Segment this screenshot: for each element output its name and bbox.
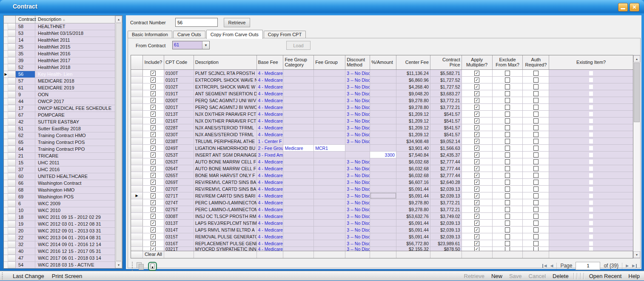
table-scrollbar[interactable]: ▲ ▼ <box>633 55 641 258</box>
contract-row[interactable]: 40WKC 2016 12 15 - 2017 05 31 <box>4 248 115 255</box>
apply-multiplier-checkbox[interactable] <box>474 98 479 103</box>
contract-row[interactable]: 18WKC 2011 09 15 - 2012 02 29 <box>4 214 115 221</box>
exclude-from-max-checkbox[interactable] <box>505 173 510 178</box>
exclude-from-max-checkbox[interactable] <box>505 166 510 171</box>
row-selector[interactable] <box>131 233 143 240</box>
include-checkbox[interactable] <box>151 221 156 226</box>
table-row[interactable]: 0213TNJX DX/THER PARAVER FCT4 - Medicare… <box>131 111 633 118</box>
row-selector[interactable] <box>8 207 16 214</box>
apply-multiplier-checkbox[interactable] <box>474 112 479 117</box>
contract-row[interactable]: 64Training Contract PPO <box>4 146 115 153</box>
contract-row[interactable]: 54WKC 2018 03 15 - ACTIVE <box>4 262 115 268</box>
include-checkbox[interactable] <box>151 132 156 137</box>
row-selector[interactable] <box>8 214 16 221</box>
pct-amount-cell[interactable] <box>370 227 396 233</box>
table-row[interactable]: 0263TAUTO BONE MARRW CELL F4 - Medicare3… <box>131 158 633 165</box>
pct-amount-cell[interactable] <box>370 233 396 240</box>
copy-icon[interactable] <box>136 262 145 271</box>
row-selector[interactable] <box>131 199 143 206</box>
row-selector[interactable] <box>131 186 143 192</box>
table-row[interactable]: 0313TLAPS REVJ/REPLCMT NSTIM4 - Medicare… <box>131 220 633 227</box>
row-selector[interactable] <box>8 98 16 105</box>
auth-required-checkbox[interactable] <box>533 159 539 164</box>
contract-row[interactable]: 44OWCP 2017 <box>4 98 115 105</box>
apply-multiplier-checkbox[interactable] <box>474 180 479 185</box>
auth-required-checkbox[interactable] <box>533 180 539 185</box>
contract-row[interactable]: 15UHC 2011 <box>4 160 115 166</box>
row-selector[interactable] <box>8 126 16 132</box>
row-selector[interactable] <box>8 255 16 261</box>
table-row[interactable]: 0314TLAPS RMVL NSTIM ELTRD A4 - Medicare… <box>131 227 633 233</box>
table-row[interactable]: 0100TPLMT SCJNCL RTA PROSTH4 - Medicare3… <box>131 70 633 77</box>
row-selector[interactable] <box>8 201 16 207</box>
include-checkbox[interactable] <box>151 159 156 164</box>
exclude-from-max-checkbox[interactable] <box>505 227 510 232</box>
apply-multiplier-checkbox[interactable] <box>474 84 479 89</box>
contract-row[interactable]: 25HealthNet 2015 <box>4 44 115 51</box>
load-button[interactable]: Load <box>286 41 311 50</box>
auth-required-checkbox[interactable] <box>533 118 539 123</box>
row-selector[interactable] <box>8 51 16 57</box>
exclude-from-max-checkbox[interactable] <box>505 146 510 151</box>
contract-list-scrollbar[interactable]: ▲ ▼ <box>115 16 122 268</box>
row-selector[interactable] <box>8 132 16 139</box>
tab-carve-outs[interactable]: Carve Outs <box>173 31 205 38</box>
pct-amount-cell[interactable] <box>370 240 396 247</box>
row-selector[interactable] <box>131 158 143 165</box>
apply-multiplier-checkbox[interactable] <box>474 132 479 137</box>
column-header-fee-group-category[interactable]: Fee Group Category <box>283 55 314 69</box>
retrieve-button[interactable]: Retrieve <box>224 18 250 27</box>
row-selector[interactable] <box>131 90 143 97</box>
table-row[interactable]: 0274TPERC LAMINO-/LAMINECTOM4 - Medicare… <box>131 199 633 206</box>
pct-amount-cell[interactable] <box>370 192 396 199</box>
pct-amount-cell[interactable] <box>370 77 396 83</box>
include-checkbox[interactable] <box>151 118 156 123</box>
auth-required-checkbox[interactable] <box>533 91 539 96</box>
row-selector[interactable] <box>8 248 16 255</box>
auth-required-checkbox[interactable] <box>533 98 539 103</box>
row-selector[interactable] <box>131 240 143 247</box>
include-checkbox[interactable] <box>151 112 156 117</box>
exclude-from-max-checkbox[interactable] <box>505 125 510 130</box>
table-row[interactable]: 0191TANT SEGMENT INSERTION D4 - Medicare… <box>131 90 633 97</box>
tab-basic-information[interactable]: Basic Information <box>128 31 172 38</box>
column-header-description[interactable]: Description▵ <box>35 16 122 23</box>
contract-row[interactable]: 17OWCP MEDICAL FEE SCHEDULE <box>4 105 115 112</box>
row-selector[interactable] <box>8 23 16 30</box>
table-row[interactable]: 0269TREV/REMVL CARTD SINS BA4 - Medicare… <box>131 179 633 186</box>
include-checkbox[interactable] <box>151 227 156 232</box>
table-row[interactable]: 0265TBONE MAR HARVST ONLY F4 - Medicare3… <box>131 172 633 179</box>
include-checkbox[interactable] <box>151 98 156 103</box>
contract-row[interactable]: 60UNITED HEALTHCARE <box>4 173 115 180</box>
contract-row[interactable]: 21TRICARE <box>4 153 115 160</box>
include-checkbox[interactable] <box>151 166 156 171</box>
auth-required-checkbox[interactable] <box>533 241 539 246</box>
row-selector[interactable] <box>8 112 16 118</box>
apply-multiplier-checkbox[interactable] <box>474 118 479 123</box>
auth-required-checkbox[interactable] <box>533 166 539 171</box>
row-selector[interactable] <box>131 152 143 158</box>
auth-required-checkbox[interactable] <box>533 227 539 232</box>
auth-required-checkbox[interactable] <box>533 193 539 198</box>
column-header-contract[interactable]: Contract <box>16 16 35 23</box>
exclude-from-max-checkbox[interactable] <box>505 186 510 192</box>
close-button[interactable]: ✕ <box>630 3 639 11</box>
exclude-from-max-checkbox[interactable] <box>505 77 510 83</box>
auth-required-checkbox[interactable] <box>533 105 539 110</box>
include-checkbox[interactable] <box>151 180 156 185</box>
table-row[interactable]: 0201TPERQ SAC AGMNTJ BI W/WO4 - Medicare… <box>131 104 633 111</box>
pct-amount-cell[interactable] <box>370 131 396 138</box>
apply-multiplier-checkbox[interactable] <box>474 159 479 164</box>
pct-amount-cell[interactable] <box>370 83 396 90</box>
row-selector[interactable] <box>8 187 16 193</box>
row-selector[interactable] <box>131 247 143 251</box>
include-checkbox[interactable] <box>151 234 156 239</box>
row-selector[interactable] <box>8 146 16 152</box>
auth-required-checkbox[interactable] <box>533 221 539 226</box>
auth-required-checkbox[interactable] <box>533 112 539 117</box>
pct-amount-cell[interactable] <box>370 199 396 206</box>
column-header-cpt-code[interactable]: CPT Code <box>164 55 194 69</box>
apply-multiplier-checkbox[interactable] <box>474 166 479 171</box>
scroll-up-icon[interactable]: ▲ <box>633 55 640 62</box>
auth-required-checkbox[interactable] <box>533 207 539 212</box>
